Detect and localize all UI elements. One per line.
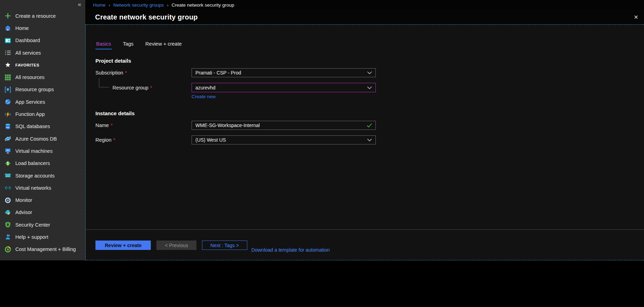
- sidebar-item-label: Advisor: [15, 210, 32, 215]
- region-value: (US) West US: [195, 137, 226, 143]
- required-asterisk: *: [150, 85, 152, 90]
- region-dropdown[interactable]: (US) West US: [192, 135, 376, 144]
- instance-details-heading: Instance details: [95, 110, 644, 116]
- tab-tags[interactable]: Tags: [122, 41, 134, 49]
- list-icon: [5, 49, 11, 56]
- sidebar-item-label: Resource groups: [15, 87, 54, 92]
- breadcrumb-item-network-security-groups[interactable]: Network security groups: [113, 2, 164, 8]
- sidebar-item-load-balancers[interactable]: Load balancers: [0, 157, 85, 170]
- next-tags-button[interactable]: Next : Tags >: [202, 241, 247, 250]
- sidebar-item-monitor[interactable]: Monitor: [0, 194, 85, 206]
- sidebar-item-label: All services: [15, 50, 41, 56]
- breadcrumb-item-create-network-security-group: Create network security group: [172, 2, 234, 8]
- sidebar-item-app-services[interactable]: App Services: [0, 96, 85, 108]
- resource-group-value: azurevhd: [195, 85, 216, 90]
- close-icon[interactable]: ✕: [634, 14, 638, 21]
- sidebar-item-home[interactable]: Home: [0, 22, 85, 34]
- dashboard-icon: [5, 37, 11, 44]
- subscription-row: Subscription * Pramati - CSP - Prod: [95, 68, 644, 77]
- main-area: Home›Network security groups›Create netw…: [85, 0, 644, 307]
- footer-bar: Review + create < Previous Next : Tags >…: [86, 229, 644, 260]
- previous-button[interactable]: < Previous: [156, 241, 196, 250]
- region-label-text: Region: [95, 137, 111, 143]
- grid-icon: [5, 74, 11, 81]
- sidebar-item-label: Function App: [15, 111, 45, 117]
- vnet-icon: [5, 184, 11, 191]
- sidebar-item-create-a-resource[interactable]: Create a resource: [0, 10, 85, 22]
- sidebar-item-advisor[interactable]: Advisor: [0, 206, 85, 219]
- required-asterisk: *: [111, 123, 113, 128]
- region-label: Region *: [95, 137, 192, 143]
- sidebar-item-cost-management-billing[interactable]: $Cost Management + Billing: [0, 243, 85, 255]
- sidebar-item-all-services[interactable]: All services: [0, 47, 85, 59]
- subscription-dropdown[interactable]: Pramati - CSP - Prod: [192, 68, 376, 77]
- resource-group-icon: [5, 86, 11, 93]
- required-asterisk: *: [113, 137, 115, 143]
- storage-icon: [5, 172, 11, 179]
- svg-text:SQL: SQL: [6, 126, 10, 128]
- sidebar-item-label: FAVORITES: [15, 63, 39, 67]
- resource-group-label-text: Resource group: [112, 85, 148, 90]
- chevron-down-icon: [367, 71, 372, 74]
- review-create-button[interactable]: Review + create: [95, 241, 151, 250]
- sidebar-item-label: Virtual networks: [15, 185, 51, 191]
- page-title: Create network security group: [95, 13, 198, 21]
- sidebar-item-label: All resources: [15, 74, 45, 80]
- create-new-link[interactable]: Create new: [192, 94, 216, 99]
- sidebar-item-resource-groups[interactable]: Resource groups: [0, 84, 85, 96]
- required-asterisk: *: [125, 70, 127, 76]
- region-row: Region * (US) West US: [95, 135, 644, 144]
- sidebar-item-help-support[interactable]: Help + support: [0, 231, 85, 243]
- breadcrumb-separator: ›: [167, 2, 168, 8]
- tab-basics[interactable]: Basics: [95, 41, 112, 49]
- valid-check-icon: [367, 123, 372, 127]
- svg-text:$: $: [7, 248, 8, 251]
- breadcrumb-item-home[interactable]: Home: [93, 2, 106, 8]
- sidebar-item-label: App Services: [15, 99, 45, 105]
- empty-background: [85, 260, 644, 307]
- download-template-link[interactable]: Download a template for automation: [251, 247, 330, 253]
- sidebar-item-label: Dashboard: [15, 38, 40, 43]
- sidebar-item-storage-accounts[interactable]: Storage accounts: [0, 170, 85, 182]
- sidebar-item-virtual-machines[interactable]: Virtual machines: [0, 145, 85, 157]
- sidebar-item-label: Storage accounts: [15, 173, 55, 179]
- sidebar-collapse-button[interactable]: «: [78, 1, 81, 8]
- app-services-icon: [5, 99, 11, 105]
- vm-icon: [5, 148, 11, 154]
- sidebar-item-label: Azure Cosmos DB: [15, 136, 57, 142]
- sidebar-item-security-center[interactable]: Security Center: [0, 219, 85, 231]
- name-row: Name *: [95, 121, 644, 130]
- panel-header: Create network security group ✕: [85, 10, 644, 24]
- sidebar-item-sql-databases[interactable]: SQLSQL databases: [0, 120, 85, 133]
- sidebar-item-label: Load balancers: [15, 160, 50, 166]
- breadcrumb: Home›Network security groups›Create netw…: [93, 2, 234, 8]
- function-icon: [5, 111, 11, 118]
- top-bar: Home›Network security groups›Create netw…: [85, 0, 644, 10]
- project-details-heading: Project details: [95, 58, 644, 64]
- sidebar-item-all-resources[interactable]: All resources: [0, 71, 85, 83]
- tab-review-create[interactable]: Review + create: [145, 41, 182, 49]
- chevron-down-icon: [367, 139, 372, 141]
- sidebar-item-label: SQL databases: [15, 124, 50, 129]
- sidebar: « Create a resourceHomeDashboardAll serv…: [0, 0, 85, 260]
- sidebar-nav: Create a resourceHomeDashboardAll servic…: [0, 0, 85, 255]
- sidebar-item-label: Monitor: [15, 197, 32, 203]
- sidebar-item-label: Virtual machines: [15, 148, 53, 154]
- sidebar-item-virtual-networks[interactable]: Virtual networks: [0, 182, 85, 194]
- subscription-value: Pramati - CSP - Prod: [195, 70, 241, 76]
- sidebar-item-function-app[interactable]: Function App: [0, 108, 85, 120]
- resource-group-connector-line: [99, 78, 109, 87]
- sidebar-item-dashboard[interactable]: Dashboard: [0, 34, 85, 47]
- name-input[interactable]: [195, 123, 364, 128]
- sidebar-item-label: Home: [15, 25, 29, 31]
- name-label: Name *: [95, 123, 192, 128]
- name-label-text: Name: [95, 123, 109, 128]
- plus-icon: [5, 13, 11, 19]
- resource-group-dropdown[interactable]: azurevhd: [192, 83, 376, 92]
- content-panel: BasicsTagsReview + create Project detail…: [85, 24, 644, 260]
- subscription-label: Subscription *: [95, 70, 192, 76]
- name-field: [192, 121, 376, 130]
- sidebar-item-azure-cosmos-db[interactable]: Azure Cosmos DB: [0, 133, 85, 145]
- help-icon: [5, 234, 11, 240]
- resource-group-row: Resource group * azurevhd: [95, 83, 644, 92]
